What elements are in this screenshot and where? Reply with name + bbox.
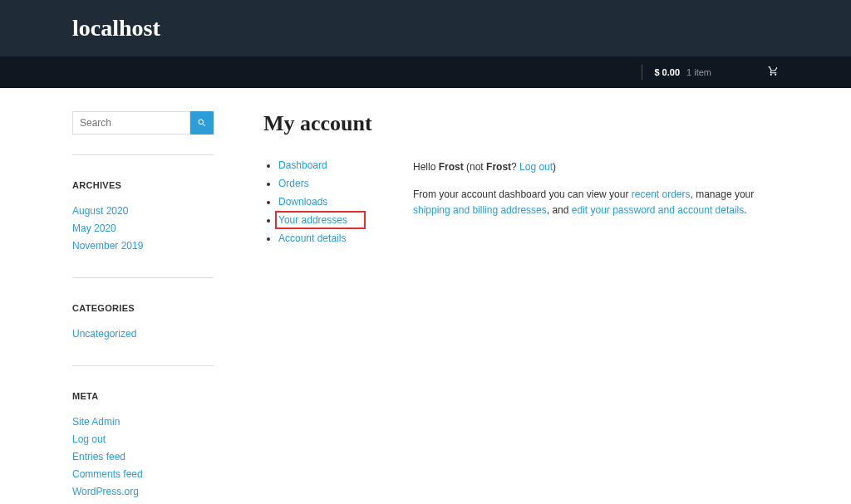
cart-amount[interactable]: $ 0.00 xyxy=(654,67,680,77)
cart-icon[interactable] xyxy=(768,66,779,79)
user-name-confirm: Frost xyxy=(486,161,511,173)
meta-widget: META Site Admin Log out Entries feed Com… xyxy=(72,365,214,504)
meta-link-site-admin[interactable]: Site Admin xyxy=(72,416,120,428)
shipping-addresses-link[interactable]: shipping and billing addresses xyxy=(413,204,547,216)
search-input[interactable] xyxy=(72,111,190,135)
cart-items-count[interactable]: 1 item xyxy=(686,67,711,77)
nav-item-addresses: Your addresses xyxy=(278,214,371,226)
categories-title: CATEGORIES xyxy=(72,303,214,313)
recent-orders-link[interactable]: recent orders xyxy=(632,188,691,200)
nav-item-orders: Orders xyxy=(278,178,371,189)
meta-link-logout[interactable]: Log out xyxy=(72,433,106,445)
nav-link-dashboard[interactable]: Dashboard xyxy=(278,159,327,171)
search-button[interactable] xyxy=(190,111,214,135)
dashboard-content: Hello Frost (not Frost? Log out) From yo… xyxy=(413,159,779,251)
nav-item-downloads: Downloads xyxy=(278,196,371,208)
nav-link-details[interactable]: Account details xyxy=(278,232,346,244)
archives-title: ARCHIVES xyxy=(72,180,214,190)
categories-widget: CATEGORIES Uncategorized xyxy=(72,277,214,365)
meta-link-comments[interactable]: Comments feed xyxy=(72,468,143,480)
category-link[interactable]: Uncategorized xyxy=(72,328,136,340)
archive-link[interactable]: May 2020 xyxy=(72,223,116,234)
main-content: My account Dashboard Orders Downloads Yo… xyxy=(263,111,779,504)
nav-item-dashboard: Dashboard xyxy=(278,159,371,171)
edit-details-link[interactable]: edit your password and account details xyxy=(572,204,744,216)
logout-link[interactable]: Log out xyxy=(519,161,553,173)
divider xyxy=(642,65,642,80)
meta-link-wp[interactable]: WordPress.org xyxy=(72,486,139,497)
search-form xyxy=(72,111,214,135)
user-name: Frost xyxy=(439,161,464,173)
meta-link-entries[interactable]: Entries feed xyxy=(72,451,125,462)
nav-link-addresses[interactable]: Your addresses xyxy=(278,214,347,226)
highlight-box: Your addresses xyxy=(275,211,366,229)
archive-link[interactable]: November 2019 xyxy=(72,240,143,252)
dashboard-description: From your account dashboard you can view… xyxy=(413,187,779,218)
archives-widget: ARCHIVES August 2020 May 2020 November 2… xyxy=(72,154,214,277)
greeting-line: Hello Frost (not Frost? Log out) xyxy=(413,159,779,175)
nav-item-details: Account details xyxy=(278,232,371,244)
archive-link[interactable]: August 2020 xyxy=(72,205,128,217)
nav-link-orders[interactable]: Orders xyxy=(278,178,309,189)
account-nav: Dashboard Orders Downloads Your addresse… xyxy=(263,159,371,251)
search-icon xyxy=(197,118,207,128)
nav-link-downloads[interactable]: Downloads xyxy=(278,196,327,208)
site-title[interactable]: localhost xyxy=(72,15,779,42)
meta-title: META xyxy=(72,391,214,401)
sidebar: ARCHIVES August 2020 May 2020 November 2… xyxy=(72,111,214,504)
page-title: My account xyxy=(263,111,779,136)
